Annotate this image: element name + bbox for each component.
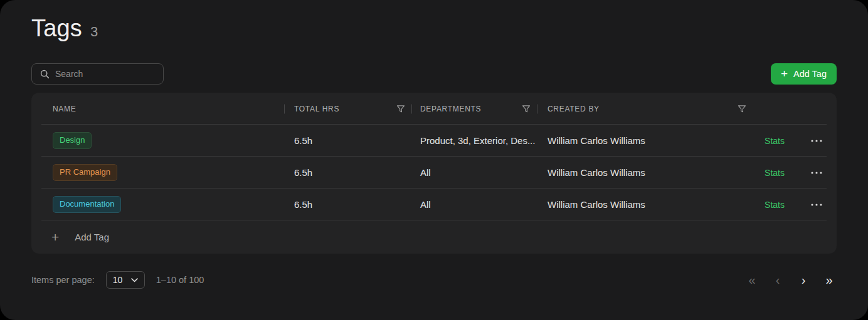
plus-icon: + xyxy=(781,68,788,80)
tag-pill[interactable]: Design xyxy=(53,132,92,148)
total-hrs-value: 6.5h xyxy=(284,167,411,178)
first-page-button[interactable]: « xyxy=(744,271,760,289)
next-page-button[interactable]: › xyxy=(796,271,811,289)
plus-icon: + xyxy=(51,230,59,244)
search-box[interactable] xyxy=(31,63,164,85)
departments-value: All xyxy=(411,167,537,178)
total-hrs-value: 6.5h xyxy=(284,199,411,210)
table-row: PR Campaign 6.5h All William Carlos Will… xyxy=(31,157,837,188)
toolbar: + Add Tag xyxy=(31,63,837,85)
page-title: Tags xyxy=(31,15,82,42)
total-hrs-value: 6.5h xyxy=(284,135,411,146)
departments-value: Product, 3d, Exterior, Des... xyxy=(411,135,537,146)
search-input[interactable] xyxy=(55,69,157,79)
row-menu-button[interactable] xyxy=(797,204,837,206)
items-per-page-select[interactable]: 10 xyxy=(106,271,145,289)
stats-link[interactable]: Stats xyxy=(753,168,797,178)
table-header-row: NAME TOTAL HRS DEPARTMENTS C xyxy=(31,93,837,125)
last-page-button[interactable]: » xyxy=(822,271,837,289)
prev-page-button[interactable]: ‹ xyxy=(770,271,785,289)
column-header-total-hrs[interactable]: TOTAL HRS xyxy=(284,93,411,125)
ellipsis-icon xyxy=(811,204,822,206)
departments-value: All xyxy=(411,199,537,210)
ellipsis-icon xyxy=(811,140,822,142)
page-range-label: 1–10 of 100 xyxy=(156,275,204,285)
tag-pill[interactable]: PR Campaign xyxy=(53,164,117,180)
row-menu-button[interactable] xyxy=(797,140,837,142)
items-per-page-label: Items per page: xyxy=(31,275,95,285)
ellipsis-icon xyxy=(811,172,822,174)
filter-icon[interactable] xyxy=(522,105,531,113)
created-by-value: William Carlos Williams xyxy=(537,167,753,178)
tags-table: NAME TOTAL HRS DEPARTMENTS C xyxy=(31,93,837,254)
page-header: Tags 3 xyxy=(31,15,98,42)
filter-icon[interactable] xyxy=(396,105,405,113)
chevron-down-icon xyxy=(131,278,138,282)
page-count-badge: 3 xyxy=(90,24,98,40)
pagination-bar: Items per page: 10 1–10 of 100 « ‹ › » xyxy=(31,271,837,289)
created-by-value: William Carlos Williams xyxy=(537,199,753,210)
add-tag-button[interactable]: + Add Tag xyxy=(771,63,837,85)
table-row: Design 6.5h Product, 3d, Exterior, Des..… xyxy=(31,125,837,157)
stats-link[interactable]: Stats xyxy=(753,136,797,146)
column-header-created-by[interactable]: CREATED BY xyxy=(537,93,753,125)
created-by-value: William Carlos Williams xyxy=(537,135,753,146)
filter-icon[interactable] xyxy=(738,105,746,113)
search-icon xyxy=(40,70,50,79)
column-header-departments[interactable]: DEPARTMENTS xyxy=(411,93,537,125)
tag-pill[interactable]: Documentation xyxy=(53,196,121,212)
tags-page: Tags 3 + Add Tag NAME TOTAL HRS xyxy=(0,0,868,320)
add-tag-row[interactable]: + Add Tag xyxy=(31,220,837,253)
table-row: Documentation 6.5h All William Carlos Wi… xyxy=(31,188,837,220)
stats-link[interactable]: Stats xyxy=(753,200,797,210)
column-header-name[interactable]: NAME xyxy=(31,93,284,125)
row-menu-button[interactable] xyxy=(797,172,837,174)
